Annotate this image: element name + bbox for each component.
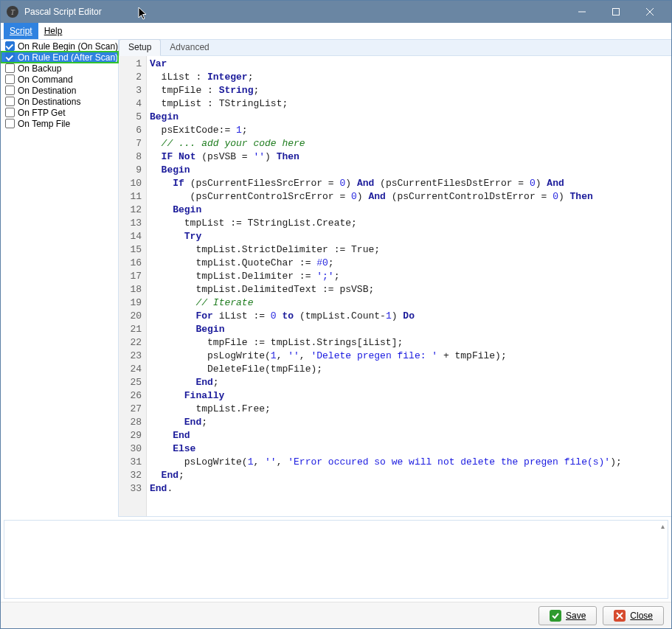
event-checkbox[interactable] — [5, 108, 15, 117]
minimize-button[interactable] — [565, 1, 599, 23]
event-checkbox[interactable] — [5, 52, 15, 62]
code-line[interactable]: tmpList : TStringList; — [150, 97, 668, 111]
menu-help-label: Help — [44, 26, 63, 36]
titlebar: T Pascal Script Editor — [1, 1, 671, 23]
event-label: On Destination — [18, 86, 76, 96]
close-window-button[interactable] — [633, 1, 667, 23]
line-number: 7 — [120, 137, 142, 150]
event-label: On Backup — [18, 63, 61, 74]
line-number: 30 — [120, 442, 142, 456]
scroll-up-icon[interactable]: ▴ — [661, 522, 665, 530]
code-line[interactable]: Begin — [150, 204, 668, 217]
code-line[interactable]: Begin — [150, 323, 668, 336]
line-number: 12 — [120, 204, 142, 217]
code-line[interactable]: End; — [150, 416, 668, 429]
bottom-bar: Save Close — [1, 602, 671, 628]
event-label: On FTP Get — [18, 108, 65, 118]
code-line[interactable]: tmpList.QuoteChar := #0; — [150, 257, 668, 270]
line-gutter: 1234567891011121314151617181920212223242… — [119, 56, 147, 516]
event-item[interactable]: On Rule Begin (On Scan) — [1, 41, 118, 52]
event-label: On Rule End (After Scan) — [18, 52, 118, 63]
event-label: On Rule Begin (On Scan) — [18, 41, 118, 52]
output-panel[interactable]: ▴ — [4, 520, 668, 599]
code-line[interactable]: tmpFile := tmpList.Strings[iList]; — [150, 336, 668, 350]
code-line[interactable]: (psCurrentControlSrcError = 0) And (psCu… — [150, 190, 668, 204]
line-number: 11 — [120, 190, 142, 204]
code-line[interactable]: For iList := 0 to (tmpList.Count-1) Do — [150, 310, 668, 323]
line-number: 16 — [120, 257, 142, 270]
code-line[interactable]: tmpList.StrictDelimiter := True; — [150, 243, 668, 257]
code-line[interactable]: psLogWrite(1, '', 'Error occured so we w… — [150, 456, 668, 469]
code-line[interactable]: Begin — [150, 164, 668, 177]
event-item[interactable]: On FTP Get — [1, 107, 118, 118]
code-line[interactable]: iList : Integer; — [150, 71, 668, 84]
code-line[interactable]: psLogWrite(1, '', 'Delete pregen file: '… — [150, 350, 668, 363]
tab-advanced[interactable]: Advanced — [161, 40, 218, 55]
event-checkbox[interactable] — [5, 74, 15, 84]
line-number: 27 — [120, 403, 142, 416]
code-line[interactable]: tmpList.DelimitedText := psVSB; — [150, 283, 668, 296]
code-line[interactable]: // Iterate — [150, 296, 668, 310]
event-checkbox[interactable] — [5, 86, 15, 95]
code-line[interactable]: DeleteFile(tmpFile); — [150, 363, 668, 376]
menu-script[interactable]: Script — [4, 23, 38, 39]
event-item[interactable]: On Command — [1, 74, 118, 85]
line-number: 22 — [120, 336, 142, 350]
tab-setup[interactable]: Setup — [119, 39, 161, 56]
line-number: 20 — [120, 310, 142, 323]
code-line[interactable]: Finally — [150, 389, 668, 403]
event-item[interactable]: On Rule End (After Scan) — [1, 52, 118, 63]
code-line[interactable]: Begin — [150, 111, 668, 124]
event-item[interactable]: On Backup — [1, 63, 118, 74]
line-number: 19 — [120, 296, 142, 310]
event-checkbox[interactable] — [5, 63, 15, 73]
code-line[interactable]: Var — [150, 58, 668, 71]
app-icon: T — [7, 6, 18, 18]
menu-help[interactable]: Help — [38, 23, 69, 39]
window-title: Pascal Script Editor — [24, 7, 565, 17]
code-area[interactable]: Var iList : Integer; tmpFile : String; t… — [147, 56, 671, 516]
code-line[interactable]: tmpList.Delimiter := ';'; — [150, 270, 668, 283]
save-button[interactable]: Save — [538, 606, 597, 625]
event-checkbox[interactable] — [5, 41, 15, 51]
code-line[interactable]: If (psCurrentFilesSrcError = 0) And (psC… — [150, 177, 668, 190]
code-line[interactable]: psExitCode:= 1; — [150, 124, 668, 137]
code-line[interactable]: tmpList.Free; — [150, 403, 668, 416]
code-line[interactable]: Try — [150, 230, 668, 243]
event-item[interactable]: On Destinations — [1, 96, 118, 107]
line-number: 21 — [120, 323, 142, 336]
line-number: 10 — [120, 177, 142, 190]
close-button-label: Close — [630, 611, 653, 621]
event-label: On Temp File — [18, 119, 70, 129]
event-item[interactable]: On Temp File — [1, 118, 118, 129]
close-button[interactable]: Close — [603, 606, 664, 625]
code-line[interactable]: IF Not (psVSB = '') Then — [150, 150, 668, 164]
line-number: 2 — [120, 71, 142, 84]
maximize-button[interactable] — [599, 1, 633, 23]
line-number: 31 — [120, 456, 142, 469]
code-line[interactable]: tmpFile : String; — [150, 84, 668, 97]
tabstrip: Setup Advanced — [119, 40, 671, 56]
code-editor[interactable]: 1234567891011121314151617181920212223242… — [119, 56, 671, 517]
line-number: 15 — [120, 243, 142, 257]
event-checkbox[interactable] — [5, 97, 15, 106]
code-line[interactable]: Else — [150, 442, 668, 456]
event-checkbox[interactable] — [5, 119, 15, 128]
event-label: On Command — [18, 74, 73, 85]
minimize-icon — [578, 8, 586, 15]
code-line[interactable]: End; — [150, 469, 668, 482]
line-number: 1 — [120, 58, 142, 71]
code-line[interactable]: End; — [150, 376, 668, 389]
main-area: On Rule Begin (On Scan)On Rule End (Afte… — [1, 39, 671, 517]
line-number: 32 — [120, 469, 142, 482]
event-item[interactable]: On Destination — [1, 85, 118, 96]
code-line[interactable]: End. — [150, 482, 668, 496]
menubar: Script Help — [1, 23, 671, 39]
code-line[interactable]: End — [150, 429, 668, 442]
line-number: 23 — [120, 350, 142, 363]
line-number: 29 — [120, 429, 142, 442]
editor-column: Setup Advanced 1234567891011121314151617… — [119, 40, 671, 517]
line-number: 17 — [120, 270, 142, 283]
code-line[interactable]: tmpList := TStringList.Create; — [150, 217, 668, 230]
code-line[interactable]: // ... add your code here — [150, 137, 668, 150]
